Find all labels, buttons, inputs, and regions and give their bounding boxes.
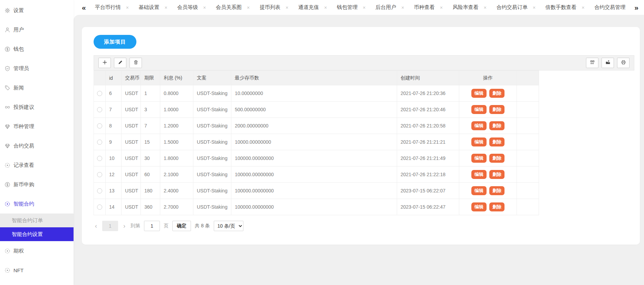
sidebar-item-new-coin-subscription[interactable]: 新币申购	[0, 175, 74, 194]
table-row: 6 USDT 1 0.8000 USDT-Staking 10.00000000…	[94, 85, 539, 102]
prev-page-icon[interactable]: ‹	[94, 223, 98, 229]
tab-wallet-management[interactable]: 钱包管理×	[337, 4, 365, 11]
edit-button[interactable]: 编辑	[471, 170, 487, 179]
tab-close-icon[interactable]: ×	[164, 5, 167, 10]
table-row: 12 USDT 60 2.1000 USDT-Staking 100000.00…	[94, 167, 539, 183]
tag-icon	[4, 85, 10, 91]
tab-close-icon[interactable]: ×	[286, 5, 288, 10]
edit-button[interactable]: 编辑	[471, 186, 487, 195]
tab-close-icon[interactable]: ×	[126, 5, 129, 10]
sidebar-item-feedback[interactable]: 投拆建议	[0, 97, 74, 117]
confirm-page-button[interactable]: 确定	[172, 221, 191, 231]
sidebar-item-label: 智能合约	[13, 201, 34, 207]
table-row: 10 USDT 30 1.8000 USDT-Staking 100000.00…	[94, 150, 539, 167]
sidebar-item-users[interactable]: 用户	[0, 20, 74, 39]
tab-platform-coin-market[interactable]: 平台币行情×	[95, 4, 129, 11]
collapse-tabs-left-icon[interactable]: «	[82, 4, 86, 11]
sidebar-subitem-label: 智能合约设置	[12, 231, 43, 238]
header-select	[94, 71, 106, 85]
row-select-radio[interactable]	[97, 188, 102, 193]
collapse-tabs-right-icon[interactable]: »	[634, 4, 638, 11]
row-select-radio[interactable]	[97, 172, 102, 177]
row-select-radio[interactable]	[97, 140, 102, 145]
tab-label: 会员等级	[177, 4, 198, 11]
sidebar-item-smart-contract[interactable]: 智能合约	[0, 194, 74, 213]
tab-basic-settings[interactable]: 基础设置×	[138, 4, 167, 11]
delete-button[interactable]: 删除	[489, 121, 504, 130]
tab-close-icon[interactable]: ×	[363, 5, 365, 10]
row-select-radio[interactable]	[97, 107, 102, 112]
cell-copy: USDT-Staking	[193, 167, 231, 183]
cell-copy: USDT-Staking	[193, 199, 231, 215]
tab-backend-users[interactable]: 后台用户×	[375, 4, 404, 11]
sidebar-item-settings[interactable]: 设置	[0, 1, 74, 20]
next-page-icon[interactable]: ›	[122, 223, 127, 229]
edit-button[interactable]: 编辑	[471, 202, 487, 211]
tab-member-level[interactable]: 会员等级×	[177, 4, 206, 11]
sidebar-item-coin-management[interactable]: 币种管理	[0, 117, 74, 136]
delete-button[interactable]: 删除	[489, 154, 504, 163]
cell-created-at: 2021-07-26 21:20:36	[397, 85, 459, 102]
tab-close-icon[interactable]: ×	[533, 5, 536, 10]
delete-button[interactable]: 删除	[489, 89, 504, 98]
tab-close-icon[interactable]: ×	[324, 5, 327, 10]
row-select-radio[interactable]	[97, 91, 102, 96]
delete-button[interactable]: 删除	[489, 186, 504, 195]
sidebar-item-admin[interactable]: 管理员	[0, 59, 74, 78]
row-select-radio[interactable]	[97, 156, 102, 161]
tab-coin-view[interactable]: 币种查看×	[414, 4, 443, 11]
toggle-columns-button[interactable]	[586, 58, 598, 68]
tab-close-icon[interactable]: ×	[203, 5, 206, 10]
current-page-indicator[interactable]: 1	[102, 221, 118, 231]
print-icon-button[interactable]	[617, 58, 629, 68]
page-size-select[interactable]: 10 条/页	[214, 221, 243, 231]
tab-label: 基础设置	[138, 4, 159, 11]
tab-close-icon[interactable]: ×	[247, 5, 250, 10]
tab-label: 合约交易订单	[497, 4, 528, 11]
delete-button[interactable]: 删除	[489, 202, 504, 211]
sidebar-item-nft[interactable]: NFT	[0, 260, 74, 280]
sidebar-subitem-smart-contract-orders[interactable]: 智能合约订单	[0, 213, 74, 227]
goto-page-input[interactable]	[144, 221, 160, 231]
sidebar-item-label: 记录查看	[13, 162, 34, 169]
sidebar-item-label: 投拆建议	[13, 104, 34, 111]
tab-member-relation-graph[interactable]: 会员关系图×	[216, 4, 250, 11]
tab-list: 平台币行情× 基础设置× 会员等级× 会员关系图× 提币列表× 通道充值× 钱包…	[95, 4, 626, 11]
row-select-radio[interactable]	[97, 205, 102, 210]
tab-multiplier-lots-view[interactable]: 倍数手数查看×	[545, 4, 584, 11]
tab-contract-trade-management[interactable]: 合约交易管理	[594, 4, 625, 11]
sidebar-item-contract-trading[interactable]: 合约交易	[0, 136, 74, 155]
sidebar-item-wallet[interactable]: 钱包	[0, 39, 74, 59]
cell-interest: 2.4000	[160, 183, 193, 199]
tab-withdrawal-list[interactable]: 提币列表×	[260, 4, 288, 11]
sidebar-item-record-view[interactable]: 记录查看	[0, 155, 74, 175]
row-select-radio[interactable]	[97, 123, 102, 129]
export-icon-button[interactable]	[602, 58, 614, 68]
delete-button[interactable]: 删除	[489, 170, 504, 179]
edit-button[interactable]: 编辑	[471, 105, 487, 114]
add-item-button[interactable]: 添加项目	[94, 35, 136, 49]
edit-button[interactable]: 编辑	[471, 154, 487, 163]
edit-row-button[interactable]	[114, 58, 126, 68]
sidebar-item-news[interactable]: 新闻	[0, 78, 74, 97]
add-row-button[interactable]	[98, 58, 111, 68]
tab-channel-deposit[interactable]: 通道充值×	[298, 4, 327, 11]
tab-contract-trade-orders[interactable]: 合约交易订单×	[497, 4, 536, 11]
edit-button[interactable]: 编辑	[471, 137, 487, 146]
delete-button[interactable]: 删除	[489, 105, 504, 114]
sidebar-subitem-smart-contract-settings[interactable]: 智能合约设置	[0, 227, 74, 241]
edit-button[interactable]: 编辑	[471, 89, 487, 98]
tab-label: 币种查看	[414, 4, 435, 11]
tab-close-icon[interactable]: ×	[484, 5, 487, 10]
tab-risk-rate-view[interactable]: 风险率查看×	[453, 4, 487, 11]
delete-button[interactable]: 删除	[489, 137, 504, 146]
cell-coin: USDT	[122, 102, 141, 118]
tab-close-icon[interactable]: ×	[401, 5, 404, 10]
delete-row-button[interactable]	[129, 58, 142, 68]
tab-close-icon[interactable]: ×	[440, 5, 443, 10]
cell-created-at: 2021-07-26 21:22:18	[397, 167, 459, 183]
edit-button[interactable]: 编辑	[471, 121, 487, 130]
sidebar-item-options[interactable]: 期权	[0, 241, 74, 260]
tab-close-icon[interactable]: ×	[581, 5, 584, 10]
header-coin: 交易币	[122, 71, 141, 85]
